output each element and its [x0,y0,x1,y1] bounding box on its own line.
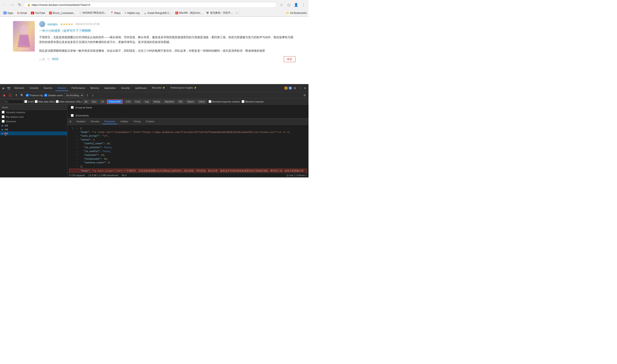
group-by-frame-checkbox[interactable] [71,106,74,109]
filter-tag-all[interactable]: All [83,100,89,104]
invert-checkbox-label[interactable]: Invert [24,100,34,103]
hide-data-urls-checkbox[interactable] [35,100,38,103]
detail-tab-response[interactable]: Response [102,119,118,124]
record-button[interactable]: ⏺ [2,93,7,98]
filter-tag-css[interactable]: CSS [124,100,132,104]
filter-toggle-button[interactable]: ⚗ [14,93,18,97]
devtools-more-button[interactable]: ⋮ [298,86,302,90]
invert-checkbox[interactable] [24,100,27,103]
filter-tag-fetch-xhr[interactable]: Fetch/XHR [107,100,123,104]
detail-tab-cookies[interactable]: Cookies [144,119,157,124]
bookmark-apps[interactable]: ⊞ Apps [2,11,15,15]
tab-memory[interactable]: Memory [88,85,101,91]
forward-button[interactable]: → [9,2,15,8]
tab-lighthouse[interactable]: Lighthouse [133,85,149,91]
devtools-device-button[interactable]: 📷 [6,86,11,90]
detail-tab-timing[interactable]: Timing [131,119,143,124]
tab-application[interactable]: Application [102,85,118,91]
network-settings-button[interactable]: ⚙ [303,93,307,97]
tab-recorder[interactable]: Recorder ⚡ [150,85,168,91]
import-har-button[interactable]: ⇧ [85,93,90,98]
big-rows-checkbox[interactable] [2,115,5,118]
tab-performance[interactable]: Performance [69,85,87,91]
screenshots-checkbox[interactable] [71,114,74,117]
split-view-button[interactable]: ◻ [286,1,292,8]
filter-row: Invert Hide data URLs Hide extension URL… [0,99,309,105]
bookmark-gmail[interactable]: M Gmail [15,11,29,15]
bookmark-runoob[interactable]: 🦅 菜鸟教程 - 学的不... [204,11,235,15]
hide-extension-urls-checkbox[interactable] [56,100,59,103]
big-rows-option[interactable]: Big request rows [0,115,67,119]
bookmark-macwk[interactable]: C MacWk - 精品mac... [174,11,204,15]
bookmark-ms08067[interactable]: 🛡 MS08067网安知识... [78,11,108,15]
search-button[interactable]: 🔍 [20,93,25,97]
export-har-button[interactable]: ⇩ [91,93,95,98]
blocked-response-cookies-label[interactable]: Blocked response cookies [209,100,240,103]
screenshots-label[interactable]: Screenshots [71,114,305,117]
bookmark-httpbin[interactable]: ⊙ httpbin.org [123,11,142,15]
detail-tab-headers[interactable]: Headers [74,119,88,124]
bookmark-mongodb[interactable]: 🍃 Install MongoDB C... [142,11,173,15]
request-item-3[interactable]: ▶ full [0,131,67,135]
refresh-button[interactable]: ↻ [16,2,23,8]
detail-tab-preview[interactable]: Preview [89,119,102,124]
filter-tag-wasm[interactable]: Wasm [185,100,196,104]
profile-button[interactable]: 👤 [293,1,299,8]
third-party-option[interactable]: 3rd-party requests [0,110,67,115]
bookmark-maps[interactable]: 📍 Maps [109,11,122,15]
overview-checkbox[interactable] [2,120,5,123]
blocked-requests-label[interactable]: Blocked requests [242,100,263,103]
clear-button[interactable]: 🚫 [8,93,13,97]
request-item-2[interactable]: ▶ full [0,128,67,131]
blocked-requests-checkbox[interactable] [242,100,244,103]
tab-performance-insights[interactable]: Performance insights ⚡ [168,85,199,91]
detail-tab-initiator[interactable]: Initiator [118,119,130,124]
url-text: https://movie.douban.com/review/best/?st… [32,3,274,7]
filter-tag-font[interactable]: Font [133,100,142,104]
tab-sources[interactable]: Sources [41,85,54,91]
bookmark-bruce[interactable]: C Bruce_Liuxiaowei... [47,11,77,15]
tab-elements[interactable]: Elements [12,85,26,91]
filter-tag-media[interactable]: Media [152,100,162,104]
third-party-checkbox[interactable] [2,111,5,114]
request-item-1[interactable]: ▶ full [0,124,67,128]
vote-up-button[interactable]: △ 24 [39,58,45,61]
devtools-settings-button[interactable]: ⚙ [293,86,297,90]
tab-network[interactable]: Network [55,85,68,91]
devtools-inspect-button[interactable]: ▶ [2,86,5,90]
menu-button[interactable]: ⋮ [300,1,307,8]
overview-option[interactable]: Overview [0,119,67,124]
tab-security[interactable]: Security [119,85,132,91]
vote-down-button[interactable]: ▽ [47,58,49,61]
filter-tag-ws[interactable]: WS [177,100,184,104]
preserve-log-checkbox[interactable] [26,94,29,97]
review-title[interactable]: 一些小小的感受（短评写不下了啊啊啊 [39,29,295,33]
preserve-log-label[interactable]: Preserve log [26,94,43,97]
blocked-response-cookies-checkbox[interactable] [209,100,211,103]
address-bar[interactable]: 🔒 https://movie.douban.com/review/best/?… [24,2,277,8]
back-button[interactable]: ← [2,2,8,8]
filter-tag-img[interactable]: Img [143,100,151,104]
hide-data-urls-label[interactable]: Hide data URLs [35,100,55,103]
hide-extension-urls-label[interactable]: Hide extension URLs [56,100,82,103]
filter-tag-manifest[interactable]: Manifest [163,100,176,104]
json-line-6: - "is_useless": false, [69,146,307,150]
throttle-select[interactable]: No throttling Fast 3G Slow 3G [64,93,84,97]
disable-cache-checkbox[interactable] [44,94,47,97]
filter-tag-js[interactable]: JS [99,100,106,104]
filter-tag-other[interactable]: Other [197,100,207,104]
reply-link[interactable]: 8回应 [52,57,59,61]
bookmarks-more-button[interactable]: » [236,12,237,14]
collapse-button[interactable]: 收起 [284,56,295,62]
devtools-close-button[interactable]: ✕ [303,86,307,90]
bookmark-star-button[interactable]: ☆ [278,1,285,8]
detail-close-button[interactable]: ✕ [69,120,72,123]
group-by-frame-label[interactable]: Group by frame [71,106,305,109]
tab-console[interactable]: Console [27,85,40,91]
filter-input[interactable] [2,100,24,104]
disable-cache-label[interactable]: Disable cache [44,94,63,97]
all-bookmarks-link[interactable]: 📁 All Bookmarks [286,12,307,14]
review-card: 时代巡回演唱会 starlight. ★★★★★ 2024-01-13 01:3… [13,21,295,62]
bookmark-youtube[interactable]: ▶ YouTube [29,11,47,15]
filter-tag-doc[interactable]: Doc [90,100,98,104]
